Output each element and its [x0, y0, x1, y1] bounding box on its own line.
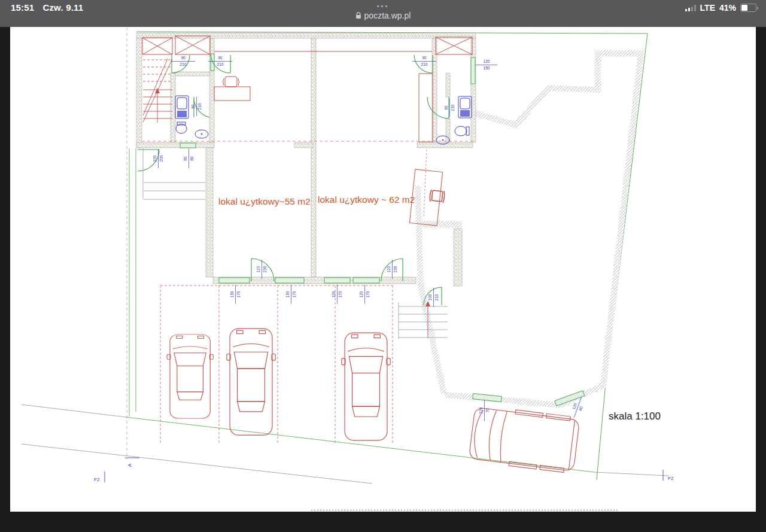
letterbox-left [0, 27, 10, 512]
letterbox-right [756, 27, 766, 512]
svg-text:100: 100 [153, 155, 157, 162]
address-bar[interactable]: poczta.wp.pl [355, 10, 411, 21]
section-marker-a: A [127, 463, 132, 467]
svg-text:60: 60 [191, 104, 195, 109]
svg-text:170: 170 [366, 291, 370, 297]
svg-text:70: 70 [485, 408, 490, 413]
svg-text:120: 120 [479, 407, 483, 414]
floor-plan-image[interactable]: 90210 90210 90210 120150 60210 80210 100… [0, 0, 766, 532]
lock-icon [355, 12, 361, 19]
svg-text:130: 130 [285, 291, 290, 297]
section-marker-f2-right: F2 [668, 476, 674, 481]
wardrobe-room2 [419, 74, 433, 142]
svg-text:150: 150 [484, 66, 490, 70]
furniture-room1 [214, 51, 432, 101]
dimension-label: 90210 90210 90210 120150 60210 80210 100… [153, 56, 586, 421]
doors [138, 55, 449, 305]
svg-text:210: 210 [197, 103, 202, 110]
svg-text:80: 80 [444, 105, 448, 110]
svg-text:90: 90 [181, 56, 186, 60]
svg-text:110: 110 [256, 266, 260, 272]
bathroom-fixtures-left [175, 96, 208, 138]
van-top-view [469, 405, 580, 474]
bottom-bar [0, 512, 766, 532]
svg-text:100: 100 [332, 291, 336, 297]
svg-text:210: 210 [421, 62, 428, 66]
battery-percent: 41% [719, 3, 736, 13]
svg-text:200: 200 [159, 155, 163, 162]
room-label-lokal-55: lokal u¿ytkowy~55 m2 [218, 196, 311, 206]
svg-text:60: 60 [183, 156, 187, 161]
section-markers: F2 F2 A [94, 458, 674, 482]
battery-icon [740, 4, 756, 12]
svg-text:210: 210 [180, 62, 187, 66]
section-marker-f2-left: F2 [94, 477, 100, 482]
room-label-lokal-62: lokal u¿ytkowy ~ 62 m2 [318, 194, 415, 205]
bathroom-fixtures-right [436, 96, 472, 144]
svg-text:170: 170 [292, 291, 296, 297]
svg-text:230: 230 [263, 266, 267, 272]
svg-text:90: 90 [422, 56, 427, 60]
svg-text:210: 210 [451, 104, 455, 111]
staircase-main [143, 59, 172, 123]
svg-text:120: 120 [572, 402, 577, 410]
svg-text:60: 60 [190, 156, 194, 161]
parking-bays [160, 285, 393, 444]
scale-label: skala 1:100 [609, 411, 661, 422]
svg-text:170: 170 [236, 291, 241, 297]
svg-text:100: 100 [428, 294, 432, 300]
tab-dots-icon[interactable]: ••• [0, 2, 766, 10]
windows [180, 54, 585, 406]
ipad-screen: 15:51Czw. 9.11 ••• poczta.wp.pl LTE 41% [0, 0, 766, 532]
svg-text:210: 210 [434, 294, 439, 300]
svg-text:210: 210 [217, 62, 224, 66]
network-type: LTE [700, 3, 715, 13]
svg-text:230: 230 [393, 266, 397, 272]
svg-text:170: 170 [338, 291, 342, 297]
svg-text:130: 130 [230, 291, 234, 297]
svg-text:90: 90 [218, 56, 223, 60]
svg-text:60: 60 [578, 406, 583, 412]
cellular-signal-icon [685, 5, 696, 11]
status-bar: 15:51Czw. 9.11 ••• poczta.wp.pl LTE 41% [0, 0, 766, 27]
svg-text:110: 110 [387, 266, 391, 272]
svg-text:120: 120 [484, 59, 490, 63]
masonry-walls [136, 33, 476, 286]
car-top-view [167, 329, 390, 440]
url-text: poczta.wp.pl [364, 10, 411, 21]
svg-text:120: 120 [359, 291, 363, 297]
